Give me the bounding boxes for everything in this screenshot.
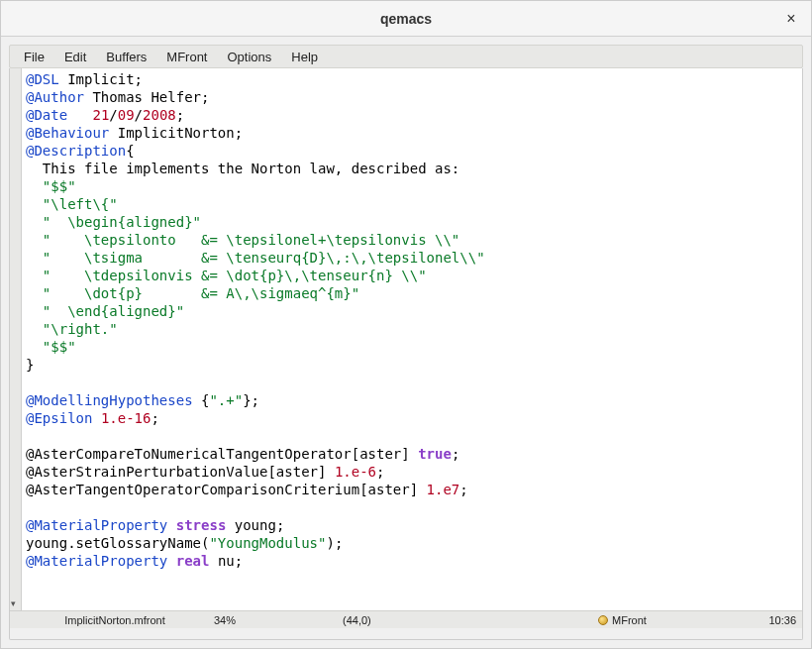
code-line[interactable]: @AsterStrainPerturbationValue[aster] 1.e…: [26, 463, 798, 481]
menubar: File Edit Buffers MFront Options Help: [9, 45, 803, 68]
status-mode: MFront: [598, 614, 737, 626]
code-line[interactable]: This file implements the Norton law, des…: [26, 160, 798, 177]
code-line[interactable]: @DSL Implicit;: [26, 70, 798, 88]
code-line[interactable]: }: [26, 356, 798, 374]
code-line[interactable]: @ModellingHypotheses {".+"};: [26, 391, 798, 409]
status-time: 10:36: [737, 614, 796, 626]
code-line[interactable]: " \end{aligned}": [26, 302, 798, 320]
code-line[interactable]: "$$": [26, 177, 798, 195]
editor-gutter[interactable]: ▾: [10, 68, 22, 610]
code-line[interactable]: @AsterCompareToNumericalTangentOperator[…: [26, 445, 798, 463]
code-line[interactable]: "$$": [26, 338, 798, 356]
code-line[interactable]: " \dot{p} &= A\,\sigmaeq^{m}": [26, 284, 798, 302]
menu-options[interactable]: Options: [217, 48, 281, 66]
menu-edit[interactable]: Edit: [54, 48, 96, 66]
code-line[interactable]: @AsterTangentOperatorComparisonCriterium…: [26, 481, 798, 498]
code-line[interactable]: @Description{: [26, 142, 798, 160]
scroll-down-icon[interactable]: ▾: [11, 598, 16, 608]
code-line[interactable]: [26, 427, 798, 445]
status-mode-label: MFront: [612, 614, 647, 626]
code-line[interactable]: " \tsigma &= \tenseurq{D}\,:\,\tepsilone…: [26, 249, 798, 267]
code-line[interactable]: " \begin{aligned}": [26, 213, 798, 231]
code-line[interactable]: @Behaviour ImplicitNorton;: [26, 124, 798, 142]
code-line[interactable]: " \tdepsilonvis &= \dot{p}\,\tenseur{n} …: [26, 267, 798, 284]
status-position: (44,0): [343, 614, 491, 626]
editor-window: ▾ @DSL Implicit;@Author Thomas Helfer;@D…: [9, 68, 803, 628]
code-line[interactable]: " \tepsilonto &= \tepsilonel+\tepsilonvi…: [26, 231, 798, 249]
close-icon[interactable]: ×: [781, 10, 801, 28]
code-editor[interactable]: @DSL Implicit;@Author Thomas Helfer;@Dat…: [22, 68, 802, 610]
menu-mfront[interactable]: MFront: [156, 48, 217, 66]
status-filename: ImplicitNorton.mfront: [16, 614, 214, 626]
window-bottom-border: [9, 628, 803, 640]
code-line[interactable]: @MaterialProperty real nu;: [26, 552, 798, 570]
code-line[interactable]: @MaterialProperty stress young;: [26, 516, 798, 534]
window-title: qemacs: [380, 11, 432, 27]
editor-scroll-area: ▾ @DSL Implicit;@Author Thomas Helfer;@D…: [10, 68, 802, 610]
code-line[interactable]: "\left\{": [26, 195, 798, 213]
code-line[interactable]: @Author Thomas Helfer;: [26, 88, 798, 106]
menu-buffers[interactable]: Buffers: [96, 48, 156, 66]
code-line[interactable]: [26, 374, 798, 391]
menu-file[interactable]: File: [14, 48, 54, 66]
window-titlebar: qemacs ×: [1, 1, 811, 37]
status-percent: 34%: [214, 614, 343, 626]
code-line[interactable]: young.setGlossaryName("YoungModulus");: [26, 534, 798, 552]
menu-help[interactable]: Help: [281, 48, 328, 66]
code-line[interactable]: @Epsilon 1.e-16;: [26, 409, 798, 427]
code-line[interactable]: @Date 21/09/2008;: [26, 106, 798, 124]
mode-indicator-icon: [598, 615, 608, 625]
code-line[interactable]: "\right.": [26, 320, 798, 338]
status-bar: ImplicitNorton.mfront 34% (44,0) MFront …: [10, 610, 802, 628]
code-line[interactable]: [26, 498, 798, 516]
